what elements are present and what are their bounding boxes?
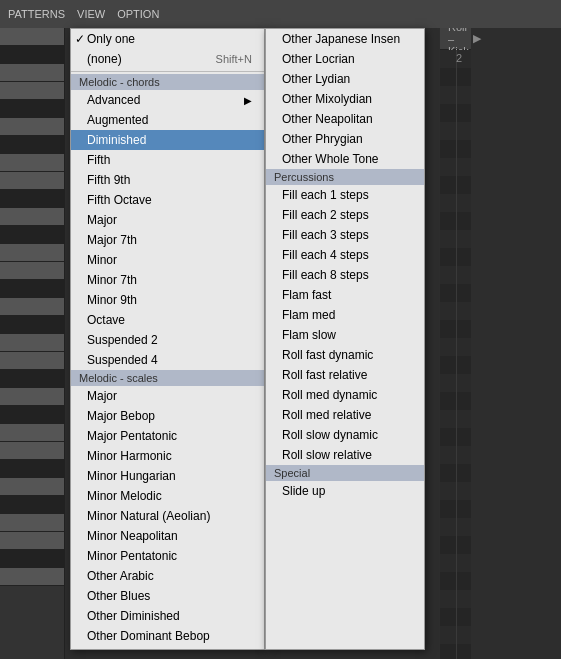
menu-item-none[interactable]: (none) Shift+N <box>71 49 264 69</box>
menu-item-other-arabic[interactable]: Other Arabic <box>71 566 264 586</box>
piano-key[interactable] <box>0 118 64 136</box>
piano-key[interactable] <box>0 190 64 208</box>
menu-item-fill-3[interactable]: Fill each 3 steps <box>266 225 424 245</box>
piano-key[interactable] <box>0 370 64 388</box>
piano-key[interactable] <box>0 352 64 370</box>
menu-item-minor-9th[interactable]: Minor 9th <box>71 290 264 310</box>
menu-item-mixolydian[interactable]: Other Mixolydian <box>266 89 424 109</box>
menu-right-scroll[interactable]: Other Japanese Insen Other Locrian Other… <box>266 29 424 501</box>
piano-key[interactable] <box>0 64 64 82</box>
menu-item-minor-natural[interactable]: Minor Natural (Aeolian) <box>71 506 264 526</box>
menu-item-label: Minor 7th <box>87 273 137 287</box>
piano-key[interactable] <box>0 208 64 226</box>
piano-key[interactable] <box>0 568 64 586</box>
menu-left-scroll[interactable]: Only one (none) Shift+N Melodic - chords… <box>71 29 264 649</box>
menu-item-roll-med-dynamic[interactable]: Roll med dynamic <box>266 385 424 405</box>
menu-item-minor-melodic[interactable]: Minor Melodic <box>71 486 264 506</box>
menu-item-flam-slow[interactable]: Flam slow <box>266 325 424 345</box>
track-content[interactable]: 2 <box>440 50 471 659</box>
piano-key[interactable] <box>0 496 64 514</box>
menu-item-other-dominant-bebop[interactable]: Other Dominant Bebop <box>71 626 264 646</box>
menu-item-label: Roll slow dynamic <box>282 428 378 442</box>
piano-key[interactable] <box>0 82 64 100</box>
menu-item-fill-1[interactable]: Fill each 1 steps <box>266 185 424 205</box>
menu-item-roll-slow-relative[interactable]: Roll slow relative <box>266 445 424 465</box>
menu-item-whole-tone[interactable]: Other Whole Tone <box>266 149 424 169</box>
menu-item-suspended-2[interactable]: Suspended 2 <box>71 330 264 350</box>
piano-key[interactable] <box>0 226 64 244</box>
piano-key[interactable] <box>0 28 64 46</box>
menu-item-label: Other Locrian <box>282 52 355 66</box>
menu-item-phrygian[interactable]: Other Phrygian <box>266 129 424 149</box>
menu-item-major-7th[interactable]: Major 7th <box>71 230 264 250</box>
menu-item-roll-fast-dynamic[interactable]: Roll fast dynamic <box>266 345 424 365</box>
menu-item-octave[interactable]: Octave <box>71 310 264 330</box>
menu-item-diminished[interactable]: Diminished <box>71 130 264 150</box>
piano-key[interactable] <box>0 478 64 496</box>
menu-item-label: Fill each 1 steps <box>282 188 369 202</box>
menu-item-fifth-9th[interactable]: Fifth 9th <box>71 170 264 190</box>
menu-item-suspended-4[interactable]: Suspended 4 <box>71 350 264 370</box>
piano-key[interactable] <box>0 334 64 352</box>
menu-item-major-scale[interactable]: Major <box>71 386 264 406</box>
menu-item-label: Slide up <box>282 484 325 498</box>
menu-item-minor-7th[interactable]: Minor 7th <box>71 270 264 290</box>
menu-item-japanese-insen[interactable]: Other Japanese Insen <box>266 29 424 49</box>
piano-key[interactable] <box>0 388 64 406</box>
menu-item-other-blues[interactable]: Other Blues <box>71 586 264 606</box>
option-menu[interactable]: OPTION <box>113 8 163 20</box>
menu-item-roll-slow-dynamic[interactable]: Roll slow dynamic <box>266 425 424 445</box>
menu-item-fifth-octave[interactable]: Fifth Octave <box>71 190 264 210</box>
menu-item-minor-harmonic[interactable]: Minor Harmonic <box>71 446 264 466</box>
piano-key[interactable] <box>0 244 64 262</box>
menu-item-flam-fast[interactable]: Flam fast <box>266 285 424 305</box>
piano-key[interactable] <box>0 280 64 298</box>
piano-key[interactable] <box>0 406 64 424</box>
view-menu[interactable]: VIEW <box>73 8 109 20</box>
menu-item-other-dorian[interactable]: Other Dorian <box>71 646 264 649</box>
patterns-menu[interactable]: PATTERNS <box>4 8 69 20</box>
menu-item-roll-fast-relative[interactable]: Roll fast relative <box>266 365 424 385</box>
piano-key[interactable] <box>0 154 64 172</box>
menu-item-label: Suspended 2 <box>87 333 158 347</box>
menu-item-major-pentatonic[interactable]: Major Pentatonic <box>71 426 264 446</box>
piano-key[interactable] <box>0 100 64 118</box>
piano-key[interactable] <box>0 298 64 316</box>
menu-item-fill-8[interactable]: Fill each 8 steps <box>266 265 424 285</box>
menu-item-only-one[interactable]: Only one <box>71 29 264 49</box>
menu-item-label: Fifth Octave <box>87 193 152 207</box>
piano-key[interactable] <box>0 424 64 442</box>
menu-item-flam-med[interactable]: Flam med <box>266 305 424 325</box>
piano-key[interactable] <box>0 172 64 190</box>
piano-key[interactable] <box>0 460 64 478</box>
menu-item-minor-hungarian[interactable]: Minor Hungarian <box>71 466 264 486</box>
piano-key[interactable] <box>0 550 64 568</box>
piano-key[interactable] <box>0 262 64 280</box>
piano-key[interactable] <box>0 136 64 154</box>
menu-item-major-bebop[interactable]: Major Bebop <box>71 406 264 426</box>
menu-item-roll-med-relative[interactable]: Roll med relative <box>266 405 424 425</box>
menu-item-advanced[interactable]: Advanced ▶ <box>71 90 264 110</box>
piano-key[interactable] <box>0 46 64 64</box>
menu-item-slide-up[interactable]: Slide up <box>266 481 424 501</box>
beat-line <box>456 50 457 659</box>
menu-item-minor-pentatonic[interactable]: Minor Pentatonic <box>71 546 264 566</box>
menu-item-lydian[interactable]: Other Lydian <box>266 69 424 89</box>
menu-item-minor[interactable]: Minor <box>71 250 264 270</box>
menu-item-other-diminished[interactable]: Other Diminished <box>71 606 264 626</box>
menu-item-label: Fill each 2 steps <box>282 208 369 222</box>
menu-item-fill-4[interactable]: Fill each 4 steps <box>266 245 424 265</box>
menu-item-fifth[interactable]: Fifth <box>71 150 264 170</box>
piano-key[interactable] <box>0 316 64 334</box>
menu-item-locrian[interactable]: Other Locrian <box>266 49 424 69</box>
menu-item-minor-neapolitan[interactable]: Minor Neapolitan <box>71 526 264 546</box>
menu-item-fill-2[interactable]: Fill each 2 steps <box>266 205 424 225</box>
menu-separator <box>71 71 264 72</box>
menu-item-major[interactable]: Major <box>71 210 264 230</box>
piano-key[interactable] <box>0 532 64 550</box>
menu-item-augmented[interactable]: Augmented <box>71 110 264 130</box>
piano-key[interactable] <box>0 442 64 460</box>
menu-item-label: Fill each 8 steps <box>282 268 369 282</box>
menu-item-neapolitan[interactable]: Other Neapolitan <box>266 109 424 129</box>
piano-key[interactable] <box>0 514 64 532</box>
